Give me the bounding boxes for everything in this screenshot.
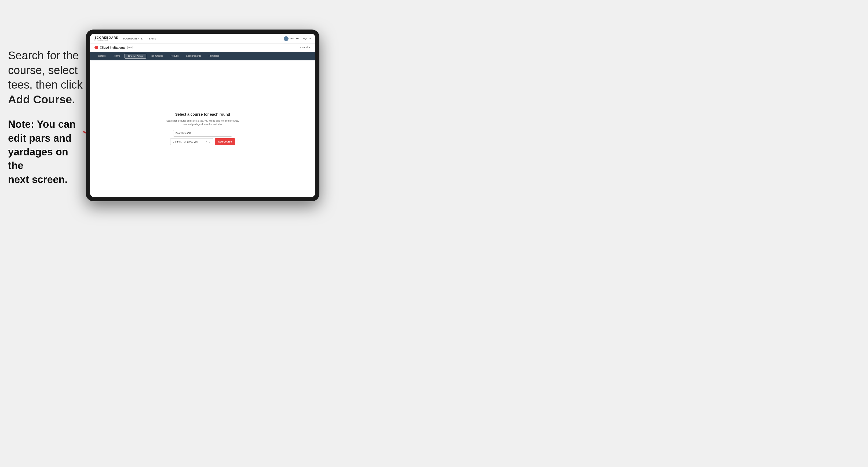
- content-title: Select a course for each round: [165, 112, 240, 117]
- content-card: Select a course for each round Search fo…: [165, 112, 240, 146]
- tournament-icon: C: [94, 45, 98, 50]
- tee-select-row: Gold (M) (M) (7010 yds) ✕ ⌄ Add Course: [165, 138, 240, 145]
- tabs-bar: Details Teams Course Setup Tee Groups Re…: [90, 52, 315, 60]
- tab-leaderboards[interactable]: Leaderboards: [183, 52, 205, 60]
- navbar-right: T Test User | Sign out: [284, 36, 311, 41]
- tournament-name: Clippd Invitational: [100, 46, 125, 49]
- annotation-note: Note: You can edit pars and yardages on …: [8, 118, 86, 186]
- logo-text: SCOREBOARD: [94, 36, 118, 39]
- tab-teams[interactable]: Teams: [110, 52, 124, 60]
- tournament-title: C Clippd Invitational (Men): [94, 45, 133, 50]
- nav-teams[interactable]: TEAMS: [147, 37, 156, 40]
- tab-course-setup[interactable]: Course Setup: [125, 54, 146, 59]
- logo-area: SCOREBOARD Powered by clippd: [94, 36, 118, 41]
- tab-tee-groups[interactable]: Tee Groups: [147, 52, 167, 60]
- tee-select[interactable]: Gold (M) (M) (7010 yds) ✕ ⌄: [170, 138, 213, 145]
- tab-printables[interactable]: Printables: [205, 52, 223, 60]
- tournament-sub: (Men): [127, 46, 133, 49]
- chevron-down-icon[interactable]: ⌄: [209, 141, 211, 143]
- content-description: Search for a course and select a tee. Yo…: [165, 119, 240, 126]
- separator: |: [301, 37, 302, 40]
- tablet-device: SCOREBOARD Powered by clippd TOURNAMENTS…: [86, 30, 319, 201]
- navbar: SCOREBOARD Powered by clippd TOURNAMENTS…: [90, 34, 315, 43]
- cancel-button[interactable]: Cancel ✕: [300, 46, 311, 49]
- course-search-input[interactable]: Peachtree GC: [173, 130, 232, 136]
- nav-tournaments[interactable]: TOURNAMENTS: [123, 37, 143, 40]
- tab-results[interactable]: Results: [167, 52, 183, 60]
- tee-controls: ✕ ⌄: [205, 141, 211, 143]
- main-content: Select a course for each round Search fo…: [90, 60, 315, 197]
- logo-sub: Powered by clippd: [94, 39, 118, 41]
- add-course-button[interactable]: Add Course: [215, 138, 235, 145]
- navbar-left: SCOREBOARD Powered by clippd TOURNAMENTS…: [94, 36, 156, 41]
- annotation-area: Search for the course, select tees, then…: [8, 48, 86, 187]
- tab-details[interactable]: Details: [94, 52, 110, 60]
- clear-icon[interactable]: ✕: [205, 141, 208, 143]
- user-name: Test User: [290, 37, 299, 40]
- annotation-main: Search for the course, select tees, then…: [8, 48, 86, 107]
- tablet-screen: SCOREBOARD Powered by clippd TOURNAMENTS…: [90, 34, 315, 197]
- tournament-header: C Clippd Invitational (Men) Cancel ✕: [90, 43, 315, 52]
- signout-link[interactable]: Sign out: [303, 37, 311, 40]
- user-avatar: T: [284, 36, 288, 41]
